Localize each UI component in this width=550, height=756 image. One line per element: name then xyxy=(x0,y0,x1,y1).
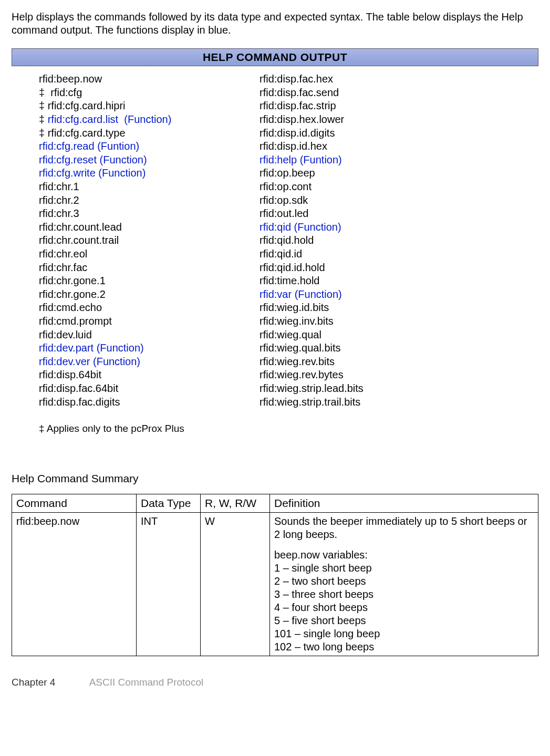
command-line: rfid:time.hold xyxy=(260,274,480,288)
table-row: rfid:beep.now INT W Sounds the beeper im… xyxy=(12,513,538,656)
help-output-header: HELP COMMAND OUTPUT xyxy=(12,48,538,66)
definition-line: 101 – single long beep xyxy=(274,627,534,640)
command-line: rfid:chr.2 xyxy=(39,194,260,208)
th-definition: Definition xyxy=(270,494,538,513)
cell-datatype: INT xyxy=(137,513,201,656)
definition-line: 102 – two long beeps xyxy=(274,640,534,654)
cell-rw: W xyxy=(201,513,270,656)
command-line: rfid:wieg.id.bits xyxy=(260,301,480,315)
command-columns: rfid:beep.now‡ rfid:cfg‡ rfid:cfg.card.h… xyxy=(12,73,538,409)
footnote: ‡ Applies only to the pcProx Plus xyxy=(12,422,538,435)
command-line: rfid:wieg.qual.bits xyxy=(260,341,480,355)
command-line: rfid:op.beep xyxy=(260,167,480,180)
command-line: rfid:op.sdk xyxy=(260,194,480,208)
cell-definition: Sounds the beeper immediately up to 5 sh… xyxy=(270,513,538,656)
command-line: ‡ rfid:cfg xyxy=(39,86,260,100)
th-command: Command xyxy=(12,494,137,513)
command-line: rfid:disp.id.hex xyxy=(260,140,480,153)
command-line: rfid:var (Function) xyxy=(260,288,480,302)
command-line: ‡ rfid:cfg.card.list (Function) xyxy=(39,113,260,127)
command-line: rfid:qid.hold xyxy=(260,234,480,247)
definition-line: 1 – single short beep xyxy=(274,562,534,575)
command-line: rfid:disp.fac.send xyxy=(260,86,480,100)
command-line: rfid:dev.ver (Function) xyxy=(39,355,260,369)
command-line: rfid:disp.fac.hex xyxy=(260,73,480,86)
command-line: ‡ rfid:cfg.card.hipri xyxy=(39,99,260,113)
command-line: rfid:disp.fac.strip xyxy=(260,99,480,113)
intro-text: Help displays the commands followed by i… xyxy=(12,11,538,37)
cell-command: rfid:beep.now xyxy=(12,513,137,656)
command-line: rfid:chr.gone.2 xyxy=(39,288,260,302)
command-line: rfid:out.led xyxy=(260,207,480,221)
command-line: rfid:disp.64bit xyxy=(39,368,260,382)
command-line: rfid:wieg.rev.bits xyxy=(260,355,480,369)
command-line: rfid:disp.hex.lower xyxy=(260,113,480,127)
footer-chapter: Chapter 4 xyxy=(12,677,55,688)
definition-line: 3 – three short beeps xyxy=(274,588,534,601)
command-line: rfid:cmd.echo xyxy=(39,301,260,315)
command-line: rfid:cfg.write (Function) xyxy=(39,167,260,180)
command-line: rfid:dev.luid xyxy=(39,328,260,342)
command-column-right: rfid:disp.fac.hexrfid:disp.fac.sendrfid:… xyxy=(260,73,480,409)
command-line: rfid:qid.id xyxy=(260,247,480,261)
command-line: rfid:help (Funtion) xyxy=(260,153,480,167)
command-line: rfid:chr.count.trail xyxy=(39,234,260,247)
command-line: ‡ rfid:cfg.card.type xyxy=(39,127,260,140)
table-header-row: Command Data Type R, W, R/W Definition xyxy=(12,494,538,513)
summary-table: Command Data Type R, W, R/W Definition r… xyxy=(12,494,538,656)
command-line: rfid:cfg.reset (Function) xyxy=(39,153,260,167)
page-footer: Chapter 4 ASCII Command Protocol xyxy=(12,676,538,689)
command-line: rfid:wieg.strip.trail.bits xyxy=(260,396,480,409)
command-column-left: rfid:beep.now‡ rfid:cfg‡ rfid:cfg.card.h… xyxy=(39,73,260,409)
command-line: rfid:chr.3 xyxy=(39,207,260,221)
command-line: rfid:op.cont xyxy=(260,180,480,194)
command-line: rfid:chr.1 xyxy=(39,180,260,194)
command-line: rfid:qid (Function) xyxy=(260,221,480,234)
command-line: rfid:qid.id.hold xyxy=(260,261,480,275)
th-rw: R, W, R/W xyxy=(201,494,270,513)
command-line: rfid:chr.gone.1 xyxy=(39,274,260,288)
command-line: rfid:chr.count.lead xyxy=(39,221,260,234)
command-line: rfid:dev.part (Function) xyxy=(39,341,260,355)
summary-title: Help Command Summary xyxy=(12,472,538,485)
command-line: rfid:cfg.read (Funtion) xyxy=(39,140,260,153)
definition-line: 5 – five short beeps xyxy=(274,614,534,627)
definition-line: Sounds the beeper immediately up to 5 sh… xyxy=(274,515,534,541)
command-line: rfid:beep.now xyxy=(39,73,260,86)
command-line: rfid:cmd.prompt xyxy=(39,315,260,328)
command-line: rfid:wieg.strip.lead.bits xyxy=(260,382,480,396)
command-line: rfid:disp.fac.64bit xyxy=(39,382,260,396)
th-datatype: Data Type xyxy=(137,494,201,513)
command-line: rfid:wieg.inv.bits xyxy=(260,315,480,328)
definition-line: beep.now variables: xyxy=(274,548,534,562)
command-line: rfid:disp.id.digits xyxy=(260,127,480,140)
command-line: rfid:wieg.rev.bytes xyxy=(260,368,480,382)
command-line: rfid:disp.fac.digits xyxy=(39,396,260,409)
command-line: rfid:chr.eol xyxy=(39,247,260,261)
definition-line: 4 – four short beeps xyxy=(274,601,534,614)
footer-section: ASCII Command Protocol xyxy=(89,677,204,688)
definition-line: 2 – two short beeps xyxy=(274,575,534,588)
command-line: rfid:wieg.qual xyxy=(260,328,480,342)
command-line: rfid:chr.fac xyxy=(39,261,260,275)
